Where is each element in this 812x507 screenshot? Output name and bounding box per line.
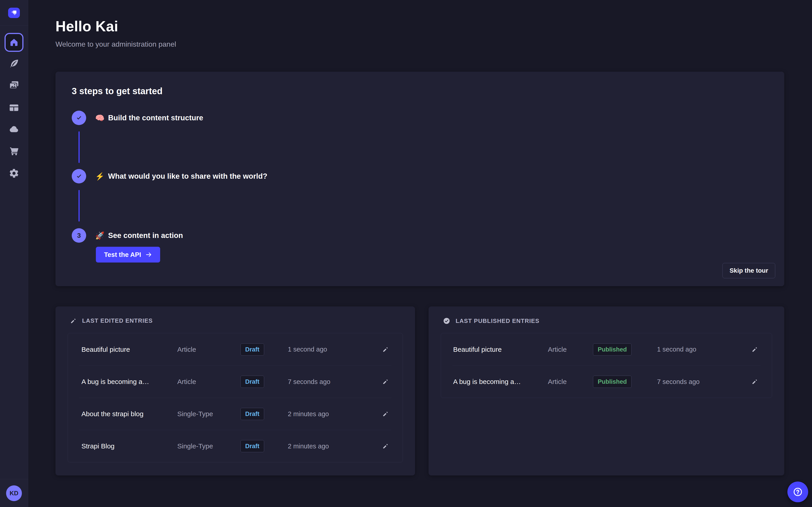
last-edited-entries-panel: LAST EDITED ENTRIES Beautiful picture Ar… [55, 306, 415, 475]
sidebar-item-home[interactable] [4, 33, 23, 52]
strapi-logo-icon [10, 9, 18, 17]
step-3-number-indicator: 3 [72, 228, 86, 243]
status-badge: Draft [241, 343, 264, 355]
status-badge: Draft [241, 376, 264, 388]
last-published-entries-table: Beautiful picture Article Published 1 se… [441, 333, 772, 398]
step-2-emoji: ⚡ [95, 172, 104, 181]
onboarding-title: 3 steps to get started [72, 86, 162, 96]
check-circle-icon [443, 317, 450, 325]
question-mark-icon [793, 487, 803, 497]
onboarding-card: 3 steps to get started 🧠 Build the conte… [55, 72, 784, 286]
sidebar: KD [0, 0, 28, 507]
step-3-label: 🚀 See content in action [95, 228, 183, 243]
edit-entry-button[interactable] [379, 376, 391, 388]
pencil-icon [751, 346, 758, 353]
status-badge: Published [593, 376, 631, 388]
step-1-done-indicator [72, 111, 86, 125]
sidebar-item-content-manager[interactable] [9, 58, 19, 69]
step-2-label: ⚡ What would you like to share with the … [95, 169, 267, 183]
sidebar-item-media-library[interactable] [9, 80, 19, 91]
edit-entry-button[interactable] [379, 440, 391, 452]
pencil-icon [382, 443, 389, 450]
feather-pen-icon [9, 58, 19, 69]
edit-entry-button[interactable] [749, 344, 761, 355]
page-title: Hello Kai [55, 18, 118, 35]
pencil-icon [70, 318, 77, 324]
gear-icon [9, 168, 19, 178]
step-connector-2 [79, 190, 80, 222]
step-3-emoji: 🚀 [95, 231, 104, 240]
edit-entry-button[interactable] [379, 408, 391, 420]
sidebar-item-settings[interactable] [9, 168, 19, 179]
sidebar-item-content-type-builder[interactable] [9, 102, 19, 113]
table-row[interactable]: A bug is becoming a… Article Draft 7 sec… [79, 365, 391, 398]
last-published-entries-panel: LAST PUBLISHED ENTRIES Beautiful picture… [428, 306, 784, 475]
table-row[interactable]: About the strapi blog Single-Type Draft … [79, 398, 391, 430]
strapi-admin-app: KD Hello Kai Welcome to your administrat… [0, 0, 812, 507]
sidebar-item-cloud[interactable] [9, 124, 19, 135]
shopping-cart-icon [9, 146, 19, 156]
pencil-icon [751, 378, 758, 385]
status-badge: Draft [241, 408, 264, 420]
pencil-icon [382, 346, 389, 353]
page-subtitle: Welcome to your administration panel [55, 40, 176, 48]
step-1-emoji: 🧠 [95, 114, 104, 122]
sidebar-divider-top [0, 25, 28, 25]
check-icon [75, 114, 83, 122]
pencil-icon [382, 378, 389, 385]
last-edited-entries-header: LAST EDITED ENTRIES [70, 317, 153, 324]
media-pictures-icon [9, 80, 19, 91]
edit-entry-button[interactable] [749, 376, 761, 388]
strapi-logo[interactable] [8, 8, 20, 18]
home-icon [9, 38, 19, 47]
last-edited-entries-table: Beautiful picture Article Draft 1 second… [68, 333, 403, 462]
last-published-entries-header: LAST PUBLISHED ENTRIES [443, 317, 540, 325]
step-2-done-indicator [72, 169, 86, 183]
skip-the-tour-button[interactable]: Skip the tour [722, 263, 775, 278]
status-badge: Draft [241, 440, 264, 452]
test-the-api-button[interactable]: Test the API [96, 247, 160, 263]
pencil-icon [382, 410, 389, 417]
layout-icon [9, 103, 19, 113]
check-icon [75, 172, 83, 180]
sidebar-item-marketplace[interactable] [9, 146, 19, 156]
status-badge: Published [593, 343, 631, 355]
edit-entry-button[interactable] [379, 344, 391, 355]
table-row[interactable]: Beautiful picture Article Published 1 se… [452, 333, 761, 365]
step-connector-1 [79, 131, 80, 163]
table-row[interactable]: Strapi Blog Single-Type Draft 2 minutes … [79, 430, 391, 462]
help-button[interactable] [788, 482, 808, 502]
table-row[interactable]: A bug is becoming a… Article Published 7… [452, 365, 761, 398]
cloud-icon [9, 124, 19, 134]
step-1-label: 🧠 Build the content structure [95, 111, 203, 125]
table-row[interactable]: Beautiful picture Article Draft 1 second… [79, 333, 391, 365]
arrow-right-icon [145, 251, 152, 258]
user-avatar[interactable]: KD [6, 485, 22, 501]
